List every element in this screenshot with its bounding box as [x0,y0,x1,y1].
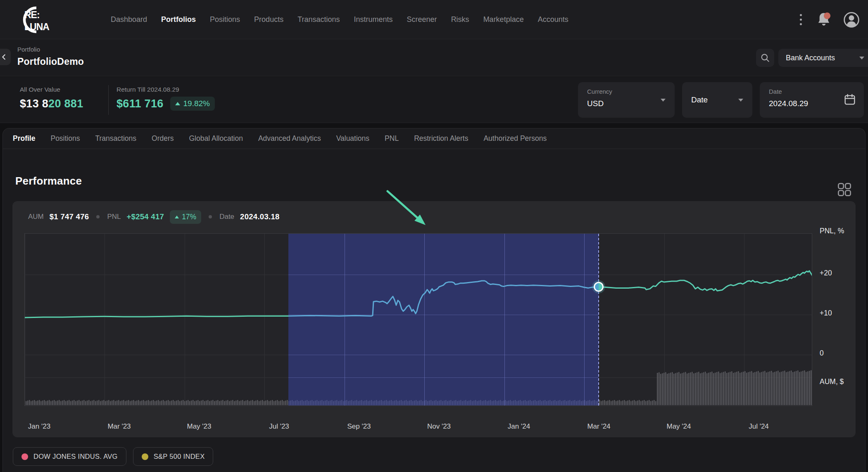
nav-item-marketplace[interactable]: Marketplace [483,15,524,24]
dot-separator [209,215,212,218]
chevron-left-icon [2,55,5,59]
pnl-line-pre-selection [25,316,288,318]
chart-plot-area[interactable] [24,233,812,406]
tooltip-pnl-label: PNL [107,213,121,221]
tab-profile[interactable]: Profile [13,134,35,143]
legend-dot-icon [21,453,28,460]
nav-item-transactions[interactable]: Transactions [297,15,340,24]
main-nav: DashboardPortfoliosPositionsProductsTran… [111,0,568,39]
x-tick-jan--23: Jan '23 [28,422,50,431]
chevron-down-icon [661,99,666,102]
notifications-bell-icon[interactable] [815,11,832,28]
tooltip-pct-badge: 17% [170,210,201,224]
tab-valuations[interactable]: Valuations [336,134,369,143]
top-nav: RE: LUNA DashboardPortfoliosPositionsPro… [0,0,868,39]
search-button[interactable] [756,49,774,67]
x-tick-mar--23: Mar '23 [107,422,131,431]
y-tick-p20: +20 [820,269,832,278]
x-tick-jul--24: Jul '24 [749,422,769,431]
all-over-value-label: All Over Value [20,86,83,93]
currency-select[interactable]: Currency USD [578,82,675,118]
date-mode-select[interactable]: Date [682,82,752,118]
nav-item-products[interactable]: Products [254,15,283,24]
x-tick-jan--24: Jan '24 [508,422,530,431]
stats-divider [108,85,109,115]
nav-item-portfolios[interactable]: Portfolios [161,15,196,24]
y-tick-p10: +10 [820,309,832,318]
chart-tooltip-row: AUM $1 747 476 PNL +$254 417 17% Date 20… [28,209,280,225]
calendar-icon [843,93,856,108]
legend-label: DOW JONES INDUS. AVG [33,453,118,460]
section-title: Performance [15,175,82,187]
tab-orders[interactable]: Orders [152,134,174,143]
y-axis-title-pnl: PNL, % [820,227,844,235]
breadcrumb: Portfolio [17,46,40,53]
tab-pnl[interactable]: PNL [385,134,399,143]
nav-item-positions[interactable]: Positions [210,15,240,24]
portfolio-tabs: ProfilePositionsTransactionsOrdersGlobal… [3,128,865,149]
portfolio-header: Portfolio PortfolioDemo Bank Accounts [0,39,868,76]
tab-authorized-persons[interactable]: Authorized Persons [483,134,547,143]
tooltip-pnl-value: +$254 417 [126,212,164,221]
tab-advanced-analytics[interactable]: Advanced Analytics [258,134,321,143]
hover-marker [595,282,603,291]
x-tick-may--24: May '24 [667,422,691,431]
nav-item-dashboard[interactable]: Dashboard [111,15,147,24]
notification-dot [824,12,830,19]
x-tick-nov--23: Nov '23 [427,422,451,431]
chevron-down-icon [738,99,743,102]
date-mode-value: Date [691,95,708,104]
reluna-logo: RE: LUNA [12,4,52,37]
kebab-menu-icon[interactable] [797,12,804,28]
return-block: Return Till 2024.08.29 $611 716 19.82% [117,86,215,111]
date-picker[interactable]: Date 2024.08.29 [760,82,864,118]
nav-item-risks[interactable]: Risks [451,15,469,24]
back-button[interactable] [0,49,11,65]
pnl-line-in-selection [288,281,599,316]
legend-label: S&P 500 INDEX [154,453,205,460]
stats-controls: Currency USD Date Date 2024.08.29 [578,82,864,118]
tooltip-aum-value: $1 747 476 [50,212,89,221]
arrow-up-icon [175,102,180,105]
app-root: RE: LUNA DashboardPortfoliosPositionsPro… [0,0,868,472]
page-title: PortfolioDemo [17,56,84,67]
performance-chart-panel: AUM $1 747 476 PNL +$254 417 17% Date 20… [12,201,856,437]
nav-item-instruments[interactable]: Instruments [354,15,393,24]
x-tick-jul--23: Jul '23 [269,422,289,431]
tooltip-date-label: Date [219,213,234,221]
tab-transactions[interactable]: Transactions [95,134,136,143]
pnl-line-post-selection [599,271,812,291]
user-avatar-icon[interactable] [843,12,860,28]
stats-band: All Over Value $13 820 881 Return Till 2… [0,77,868,123]
dot-separator [96,215,100,218]
legend-button-dow-jones-indus-avg[interactable]: DOW JONES INDUS. AVG [13,447,126,466]
x-tick-mar--24: Mar '24 [587,422,610,431]
arrow-up-icon [175,216,179,218]
return-badge-value: 19.82% [183,99,210,108]
currency-label: Currency [587,88,666,95]
tab-restriction-alerts[interactable]: Restriction Alerts [414,134,468,143]
legend-button-s-p-500-index[interactable]: S&P 500 INDEX [133,447,214,466]
tooltip-date-value: 2024.03.18 [240,212,280,221]
tab-global-allocation[interactable]: Global Allocation [189,134,243,143]
nav-item-accounts[interactable]: Accounts [538,15,568,24]
y-axis-title-aum: AUM, $ [820,377,844,386]
return-badge: 19.82% [170,97,215,111]
all-over-value-teal: 20 881 [48,97,83,110]
return-label: Return Till 2024.08.29 [117,86,215,93]
bank-accounts-select[interactable]: Bank Accounts [778,49,868,67]
logo-text-top: RE: [24,9,40,20]
chart-legend: DOW JONES INDUS. AVGS&P 500 INDEX [13,447,213,466]
all-over-value-white: $13 8 [20,97,48,110]
pnl-line-layer [25,234,812,406]
currency-value: USD [587,99,666,108]
all-over-value-block: All Over Value $13 820 881 [20,86,83,110]
tab-positions[interactable]: Positions [50,134,80,143]
x-tick-sep--23: Sep '23 [347,422,371,431]
nav-item-screener[interactable]: Screener [407,15,437,24]
date-picker-label: Date [769,88,855,95]
content-card: ProfilePositionsTransactionsOrdersGlobal… [2,128,866,472]
return-value: $611 716 [117,97,164,110]
bank-accounts-label: Bank Accounts [786,54,854,62]
widgets-grid-icon[interactable] [837,182,852,199]
